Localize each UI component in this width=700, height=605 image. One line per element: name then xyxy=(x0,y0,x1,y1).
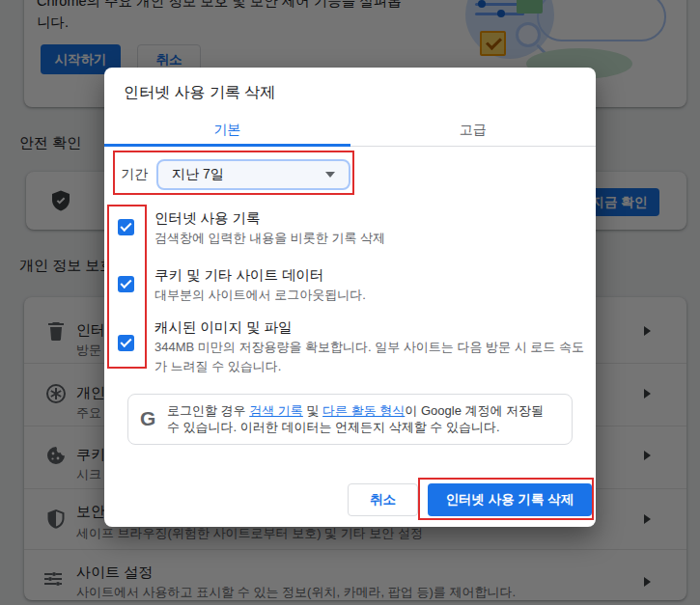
dropdown-caret-icon xyxy=(325,172,335,178)
time-range-label: 기간 xyxy=(121,166,148,183)
cached-files-checkbox[interactable] xyxy=(118,335,134,351)
tab-basic[interactable]: 기본 xyxy=(104,114,350,146)
checkbox-title: 캐시된 이미지 및 파일 xyxy=(154,318,293,337)
checkbox-desc: 대부분의 사이트에서 로그아웃됩니다. xyxy=(154,286,586,305)
browsing-history-checkbox[interactable] xyxy=(118,219,134,235)
search-history-link[interactable]: 검색 기록 xyxy=(249,403,303,418)
clear-data-button[interactable]: 인터넷 사용 기록 삭제 xyxy=(428,483,592,516)
other-activity-link[interactable]: 다른 활동 형식 xyxy=(322,403,405,418)
note-prefix: 로그인할 경우 xyxy=(167,403,249,418)
dialog-tabs: 기본 고급 xyxy=(104,114,596,147)
time-range-value: 지난 7일 xyxy=(172,166,224,183)
checkbox-desc: 344MB 미만의 저장용량을 확보합니다. 일부 사이트는 다음 방문 시 로… xyxy=(154,338,586,376)
google-signin-note: G 로그인할 경우 검색 기록 및 다른 활동 형식이 Google 계정에 저… xyxy=(127,394,573,445)
time-range-select[interactable]: 지난 7일 xyxy=(156,159,350,190)
google-g-icon: G xyxy=(140,407,155,430)
signin-note-text: 로그인할 경우 검색 기록 및 다른 활동 형식이 Google 계정에 저장될… xyxy=(167,402,558,435)
checkbox-desc: 검색창에 입력한 내용을 비롯한 기록 삭제 xyxy=(154,229,586,248)
dialog-title: 인터넷 사용 기록 삭제 xyxy=(124,83,275,103)
checkbox-title: 인터넷 사용 기록 xyxy=(154,209,261,228)
dialog-cancel-button[interactable]: 취소 xyxy=(348,483,418,516)
tab-advanced[interactable]: 고급 xyxy=(350,114,597,146)
clear-browsing-data-dialog: 인터넷 사용 기록 삭제 기본 고급 기간 지난 7일 인터넷 사용 기록 검색… xyxy=(104,68,596,527)
chrome-settings-screen: Chrome의 주요 개인 정보 보호 및 보안 제어 기능을 살펴봅 니다. … xyxy=(0,0,700,605)
cookies-checkbox[interactable] xyxy=(118,276,134,292)
note-middle: 및 xyxy=(303,403,322,418)
checkbox-title: 쿠키 및 기타 사이트 데이터 xyxy=(154,266,324,285)
